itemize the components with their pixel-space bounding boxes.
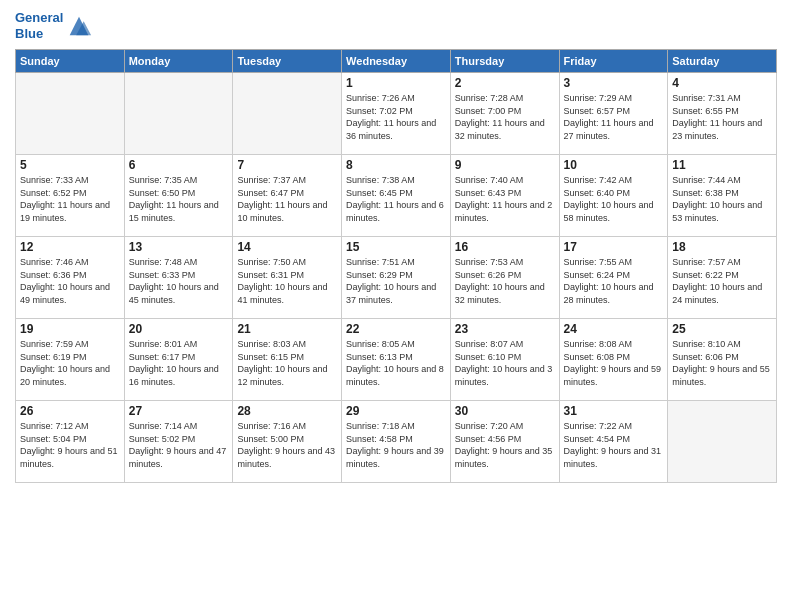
day-info: Sunrise: 7:20 AMSunset: 4:56 PMDaylight:… — [455, 420, 555, 470]
calendar-week-row: 1Sunrise: 7:26 AMSunset: 7:02 PMDaylight… — [16, 73, 777, 155]
calendar-cell: 6Sunrise: 7:35 AMSunset: 6:50 PMDaylight… — [124, 155, 233, 237]
day-number: 11 — [672, 158, 772, 172]
logo-general: General — [15, 10, 63, 25]
day-number: 22 — [346, 322, 446, 336]
logo-icon — [65, 12, 93, 40]
day-number: 24 — [564, 322, 664, 336]
day-number: 3 — [564, 76, 664, 90]
day-info: Sunrise: 7:38 AMSunset: 6:45 PMDaylight:… — [346, 174, 446, 224]
calendar-cell — [233, 73, 342, 155]
calendar-table: Sunday Monday Tuesday Wednesday Thursday… — [15, 49, 777, 483]
day-number: 21 — [237, 322, 337, 336]
calendar-cell: 21Sunrise: 8:03 AMSunset: 6:15 PMDayligh… — [233, 319, 342, 401]
day-number: 5 — [20, 158, 120, 172]
day-info: Sunrise: 7:14 AMSunset: 5:02 PMDaylight:… — [129, 420, 229, 470]
header: General Blue — [15, 10, 777, 41]
col-wednesday: Wednesday — [342, 50, 451, 73]
calendar-week-row: 19Sunrise: 7:59 AMSunset: 6:19 PMDayligh… — [16, 319, 777, 401]
calendar-cell: 11Sunrise: 7:44 AMSunset: 6:38 PMDayligh… — [668, 155, 777, 237]
day-info: Sunrise: 7:29 AMSunset: 6:57 PMDaylight:… — [564, 92, 664, 142]
day-info: Sunrise: 8:07 AMSunset: 6:10 PMDaylight:… — [455, 338, 555, 388]
day-info: Sunrise: 7:28 AMSunset: 7:00 PMDaylight:… — [455, 92, 555, 142]
day-number: 2 — [455, 76, 555, 90]
day-number: 7 — [237, 158, 337, 172]
calendar-cell: 8Sunrise: 7:38 AMSunset: 6:45 PMDaylight… — [342, 155, 451, 237]
day-number: 10 — [564, 158, 664, 172]
col-thursday: Thursday — [450, 50, 559, 73]
logo: General Blue — [15, 10, 93, 41]
day-number: 16 — [455, 240, 555, 254]
day-info: Sunrise: 7:42 AMSunset: 6:40 PMDaylight:… — [564, 174, 664, 224]
calendar-cell: 4Sunrise: 7:31 AMSunset: 6:55 PMDaylight… — [668, 73, 777, 155]
header-row: Sunday Monday Tuesday Wednesday Thursday… — [16, 50, 777, 73]
day-number: 4 — [672, 76, 772, 90]
day-number: 31 — [564, 404, 664, 418]
day-info: Sunrise: 7:35 AMSunset: 6:50 PMDaylight:… — [129, 174, 229, 224]
calendar-cell: 25Sunrise: 8:10 AMSunset: 6:06 PMDayligh… — [668, 319, 777, 401]
day-number: 8 — [346, 158, 446, 172]
calendar-cell: 9Sunrise: 7:40 AMSunset: 6:43 PMDaylight… — [450, 155, 559, 237]
calendar-cell — [668, 401, 777, 483]
day-number: 14 — [237, 240, 337, 254]
day-info: Sunrise: 8:03 AMSunset: 6:15 PMDaylight:… — [237, 338, 337, 388]
calendar-cell: 15Sunrise: 7:51 AMSunset: 6:29 PMDayligh… — [342, 237, 451, 319]
day-number: 20 — [129, 322, 229, 336]
day-info: Sunrise: 7:46 AMSunset: 6:36 PMDaylight:… — [20, 256, 120, 306]
calendar-cell: 30Sunrise: 7:20 AMSunset: 4:56 PMDayligh… — [450, 401, 559, 483]
day-number: 1 — [346, 76, 446, 90]
day-info: Sunrise: 8:08 AMSunset: 6:08 PMDaylight:… — [564, 338, 664, 388]
day-number: 26 — [20, 404, 120, 418]
day-number: 25 — [672, 322, 772, 336]
calendar-cell — [16, 73, 125, 155]
calendar-cell: 31Sunrise: 7:22 AMSunset: 4:54 PMDayligh… — [559, 401, 668, 483]
day-number: 29 — [346, 404, 446, 418]
calendar-cell: 20Sunrise: 8:01 AMSunset: 6:17 PMDayligh… — [124, 319, 233, 401]
day-info: Sunrise: 7:40 AMSunset: 6:43 PMDaylight:… — [455, 174, 555, 224]
day-info: Sunrise: 7:16 AMSunset: 5:00 PMDaylight:… — [237, 420, 337, 470]
day-info: Sunrise: 7:51 AMSunset: 6:29 PMDaylight:… — [346, 256, 446, 306]
day-info: Sunrise: 7:50 AMSunset: 6:31 PMDaylight:… — [237, 256, 337, 306]
day-info: Sunrise: 8:01 AMSunset: 6:17 PMDaylight:… — [129, 338, 229, 388]
calendar-cell: 27Sunrise: 7:14 AMSunset: 5:02 PMDayligh… — [124, 401, 233, 483]
calendar-cell: 14Sunrise: 7:50 AMSunset: 6:31 PMDayligh… — [233, 237, 342, 319]
day-number: 15 — [346, 240, 446, 254]
logo-blue-text: Blue — [15, 26, 43, 41]
calendar-cell: 24Sunrise: 8:08 AMSunset: 6:08 PMDayligh… — [559, 319, 668, 401]
col-friday: Friday — [559, 50, 668, 73]
day-number: 19 — [20, 322, 120, 336]
logo-text: General — [15, 10, 63, 26]
day-number: 12 — [20, 240, 120, 254]
day-number: 23 — [455, 322, 555, 336]
logo-blue: Blue — [15, 26, 63, 42]
day-number: 13 — [129, 240, 229, 254]
day-info: Sunrise: 7:31 AMSunset: 6:55 PMDaylight:… — [672, 92, 772, 142]
day-info: Sunrise: 7:55 AMSunset: 6:24 PMDaylight:… — [564, 256, 664, 306]
day-info: Sunrise: 7:53 AMSunset: 6:26 PMDaylight:… — [455, 256, 555, 306]
calendar-cell: 23Sunrise: 8:07 AMSunset: 6:10 PMDayligh… — [450, 319, 559, 401]
day-info: Sunrise: 7:44 AMSunset: 6:38 PMDaylight:… — [672, 174, 772, 224]
day-info: Sunrise: 7:12 AMSunset: 5:04 PMDaylight:… — [20, 420, 120, 470]
calendar-cell: 29Sunrise: 7:18 AMSunset: 4:58 PMDayligh… — [342, 401, 451, 483]
calendar-cell: 7Sunrise: 7:37 AMSunset: 6:47 PMDaylight… — [233, 155, 342, 237]
calendar-cell: 28Sunrise: 7:16 AMSunset: 5:00 PMDayligh… — [233, 401, 342, 483]
calendar-week-row: 26Sunrise: 7:12 AMSunset: 5:04 PMDayligh… — [16, 401, 777, 483]
col-tuesday: Tuesday — [233, 50, 342, 73]
calendar-cell: 13Sunrise: 7:48 AMSunset: 6:33 PMDayligh… — [124, 237, 233, 319]
day-number: 28 — [237, 404, 337, 418]
calendar-cell: 1Sunrise: 7:26 AMSunset: 7:02 PMDaylight… — [342, 73, 451, 155]
calendar-cell: 5Sunrise: 7:33 AMSunset: 6:52 PMDaylight… — [16, 155, 125, 237]
page: General Blue Sunday Monday Tuesday Wedne… — [0, 0, 792, 612]
day-info: Sunrise: 8:10 AMSunset: 6:06 PMDaylight:… — [672, 338, 772, 388]
day-number: 27 — [129, 404, 229, 418]
day-number: 17 — [564, 240, 664, 254]
day-info: Sunrise: 7:37 AMSunset: 6:47 PMDaylight:… — [237, 174, 337, 224]
day-number: 9 — [455, 158, 555, 172]
calendar-cell: 3Sunrise: 7:29 AMSunset: 6:57 PMDaylight… — [559, 73, 668, 155]
day-info: Sunrise: 8:05 AMSunset: 6:13 PMDaylight:… — [346, 338, 446, 388]
day-number: 18 — [672, 240, 772, 254]
calendar-cell: 22Sunrise: 8:05 AMSunset: 6:13 PMDayligh… — [342, 319, 451, 401]
calendar-week-row: 12Sunrise: 7:46 AMSunset: 6:36 PMDayligh… — [16, 237, 777, 319]
day-info: Sunrise: 7:22 AMSunset: 4:54 PMDaylight:… — [564, 420, 664, 470]
col-sunday: Sunday — [16, 50, 125, 73]
day-number: 30 — [455, 404, 555, 418]
